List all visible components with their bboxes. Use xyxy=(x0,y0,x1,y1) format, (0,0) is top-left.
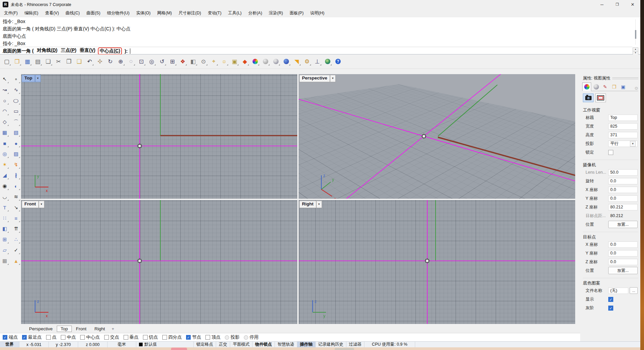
osnap-toggle[interactable]: 中心点 xyxy=(80,334,100,340)
osnap-toggle[interactable]: 节点 xyxy=(186,334,201,340)
solid-box-icon[interactable]: ■ xyxy=(0,139,9,148)
camera-y-field[interactable]: 0.0 xyxy=(608,195,638,202)
menu-item[interactable]: 文件(F) xyxy=(1,9,21,17)
cut-icon[interactable]: ✂ xyxy=(54,57,63,66)
status-cell[interactable]: y -2.370 xyxy=(49,342,78,347)
polygon-icon[interactable]: ◇ xyxy=(0,118,9,126)
zoom-icon[interactable]: ⊕ xyxy=(116,57,125,66)
status-cell[interactable]: 世界 xyxy=(0,342,19,347)
menu-item[interactable]: 查看(V) xyxy=(42,9,62,17)
status-cell[interactable]: CPU 使用量: 0.9 % xyxy=(364,342,415,347)
dimension-icon[interactable]: ⊥ xyxy=(313,57,322,66)
camera-z-field[interactable]: 80.212 xyxy=(608,204,638,210)
target-place-button[interactable]: 放置... xyxy=(608,267,638,274)
cplane-icon[interactable]: ⊙ xyxy=(199,57,208,66)
scale-icon[interactable]: ↘ xyxy=(12,203,20,212)
status-cell[interactable]: 毫米 xyxy=(108,342,136,347)
command-prompt[interactable]: 底面的第一角 ( 对角线(D) 三点(P) 垂直(V) 中心点(C) ): xyxy=(0,47,632,55)
target-y-field[interactable]: 0.0 xyxy=(608,250,638,256)
height-field[interactable]: 371 xyxy=(608,132,638,138)
curve-interpolate-icon[interactable]: ↝ xyxy=(0,85,9,94)
selection-filter-icon[interactable]: ◥ xyxy=(292,57,301,66)
menu-item[interactable]: 网格(M) xyxy=(154,9,175,17)
osnap-checkbox[interactable] xyxy=(205,335,210,340)
viewport-perspective[interactable]: z y x Perspective ▼ xyxy=(299,74,575,199)
status-cell[interactable]: x -5.031 xyxy=(19,342,49,347)
close-button[interactable]: ✕ xyxy=(625,0,640,9)
osnap-checkbox[interactable] xyxy=(244,335,248,340)
render-preview-icon[interactable]: ◧ xyxy=(188,57,198,66)
earth-icon[interactable] xyxy=(323,57,332,66)
trim-icon[interactable]: ◢ xyxy=(0,171,9,180)
array-rect-icon[interactable]: ⊞ xyxy=(0,235,9,244)
viewport-tab[interactable]: Front xyxy=(72,326,91,332)
render-pyramid-icon[interactable]: ▲ xyxy=(12,256,20,265)
array-curve-icon[interactable]: ∴ xyxy=(12,235,20,244)
rotate-view-icon[interactable]: ↻ xyxy=(106,57,115,66)
ghosted-viewport-icon[interactable] xyxy=(271,57,281,66)
rendered-viewport-icon[interactable] xyxy=(282,57,291,66)
save-icon[interactable]: ▦ xyxy=(23,57,32,66)
osnap-toggle[interactable]: 投影 xyxy=(225,334,239,340)
camera-properties-button[interactable] xyxy=(583,94,594,102)
viewport-menu-arrow-icon[interactable]: ▼ xyxy=(316,201,322,208)
viewport-menu-arrow-icon[interactable]: ▼ xyxy=(330,75,336,82)
open-file-icon[interactable]: ❒ xyxy=(12,57,22,66)
status-cell[interactable]: 平面模式 xyxy=(230,342,253,347)
viewport-menu-arrow-icon[interactable]: ▼ xyxy=(35,75,41,82)
torus-icon[interactable]: ◎ xyxy=(0,150,9,158)
menu-item[interactable]: 渲染(R) xyxy=(266,9,286,17)
rotation-field[interactable]: 0.0 xyxy=(608,178,638,184)
zoom-selected-icon[interactable]: ◎ xyxy=(147,57,156,66)
explode-lightning-icon[interactable]: ↯ xyxy=(12,160,20,169)
menu-item[interactable]: 实体(O) xyxy=(133,9,154,17)
solid-union-icon[interactable]: ◧ xyxy=(0,224,9,233)
viewport-label-top[interactable]: Top ▼ xyxy=(22,75,41,82)
menu-item[interactable]: 细分物件(U) xyxy=(104,9,133,17)
wallpaper-properties-button[interactable] xyxy=(595,94,606,102)
status-cell[interactable]: 操作轴 xyxy=(297,342,316,347)
status-cell[interactable]: 正交 xyxy=(216,342,230,347)
viewport-menu-arrow-icon[interactable]: ▼ xyxy=(39,201,44,208)
osnap-toggle[interactable]: 点 xyxy=(46,334,57,340)
viewport-tab[interactable]: Top xyxy=(57,326,72,332)
new-file-icon[interactable]: ▢ xyxy=(2,57,11,66)
curve-blend-icon[interactable]: ⌒ xyxy=(12,118,20,126)
solid-sphere-icon[interactable]: ● xyxy=(12,139,20,148)
curve-control-icon[interactable]: ∿ xyxy=(12,85,20,94)
menu-item[interactable]: 变动(T) xyxy=(204,9,225,17)
match-continuity-icon[interactable]: ≋ xyxy=(12,192,20,201)
tab-layers[interactable]: ❒ xyxy=(610,83,618,91)
zoom-window-icon[interactable]: ⊡ xyxy=(137,57,146,66)
undo-icon[interactable]: ↶ xyxy=(85,57,94,66)
wallpaper-file-field[interactable]: (无) xyxy=(608,288,628,294)
show-checkbox[interactable] xyxy=(608,297,613,302)
projection-dropdown[interactable]: 平行▼ xyxy=(608,141,638,147)
osnap-toggle[interactable]: 交点 xyxy=(104,334,119,340)
osnap-toggle[interactable]: 中点 xyxy=(61,334,76,340)
menu-item[interactable]: 分析(A) xyxy=(245,9,266,17)
ellipse-icon[interactable]: ◯ xyxy=(12,96,20,105)
copy-icon[interactable]: ❐ xyxy=(64,57,73,66)
viewport-title[interactable]: Top xyxy=(22,75,35,82)
osnap-checkbox[interactable] xyxy=(80,335,85,340)
block-instances-icon[interactable]: ∷ xyxy=(0,214,9,222)
camera-place-button[interactable]: 放置... xyxy=(608,221,638,228)
viewport-right[interactable]: z y Right ▼ xyxy=(299,200,575,324)
status-cell[interactable]: 默认值 xyxy=(136,342,194,347)
split-icon[interactable]: ∦ xyxy=(12,171,20,180)
status-cell[interactable]: 智慧轨迹 xyxy=(275,342,297,347)
osnap-checkbox[interactable] xyxy=(124,335,128,340)
rectangle-icon[interactable]: ▭ xyxy=(12,107,20,116)
viewport-layout-icon[interactable]: ⊞ xyxy=(168,57,177,66)
viewport-title[interactable]: Perspective xyxy=(299,75,330,82)
menu-item[interactable]: 编辑(E) xyxy=(21,9,42,17)
tab-properties[interactable] xyxy=(582,82,591,91)
status-cell[interactable]: z 0.000 xyxy=(78,342,108,347)
menu-item[interactable]: 面板(P) xyxy=(286,9,307,17)
osnap-checkbox[interactable] xyxy=(46,335,51,340)
lock-checkbox[interactable] xyxy=(608,150,613,155)
single-point-icon[interactable]: ∘ xyxy=(12,75,20,83)
tab-display[interactable]: ✎ xyxy=(601,83,609,91)
prompt-option[interactable]: 中心点(C) xyxy=(98,47,122,55)
